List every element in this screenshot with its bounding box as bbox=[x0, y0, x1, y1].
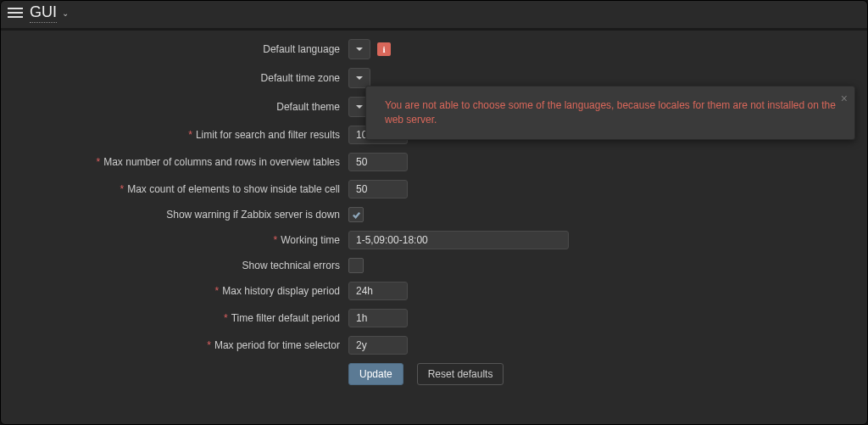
separator bbox=[1, 28, 867, 31]
max-history-period-input[interactable] bbox=[348, 282, 408, 300]
required-marker: * bbox=[188, 129, 192, 141]
default-language-select[interactable] bbox=[348, 39, 370, 59]
max-period-selector-input[interactable] bbox=[348, 336, 408, 355]
required-marker: * bbox=[224, 312, 228, 324]
required-marker: * bbox=[274, 234, 278, 246]
update-button[interactable]: Update bbox=[348, 363, 403, 385]
label-max-history-period: Max history display period bbox=[222, 285, 340, 297]
hamburger-icon[interactable] bbox=[8, 5, 23, 20]
chevron-down-icon bbox=[355, 103, 364, 111]
time-filter-default-input[interactable] bbox=[348, 309, 408, 327]
chevron-down-icon bbox=[355, 45, 364, 53]
chevron-down-icon bbox=[355, 74, 364, 82]
label-max-period-selector: Max period for time selector bbox=[214, 339, 340, 351]
label-time-filter-default: Time filter default period bbox=[231, 312, 340, 324]
label-show-tech-errors: Show technical errors bbox=[242, 260, 340, 271]
show-server-down-checkbox[interactable] bbox=[348, 207, 364, 222]
label-default-time-zone: Default time zone bbox=[261, 72, 340, 84]
label-show-server-down: Show warning if Zabbix server is down bbox=[166, 209, 340, 221]
label-working-time: Working time bbox=[281, 234, 340, 246]
required-marker: * bbox=[207, 339, 211, 351]
label-max-columns-rows: Max number of columns and rows in overvi… bbox=[103, 156, 340, 168]
label-default-theme: Default theme bbox=[276, 101, 340, 113]
working-time-input[interactable] bbox=[348, 231, 569, 249]
required-marker: * bbox=[97, 156, 101, 168]
label-limit-results: Limit for search and filter results bbox=[196, 129, 340, 141]
max-columns-rows-input[interactable] bbox=[348, 153, 408, 171]
reset-defaults-button[interactable]: Reset defaults bbox=[417, 363, 504, 385]
title-bar: GUI ⌄ bbox=[1, 1, 867, 25]
show-tech-errors-checkbox[interactable] bbox=[348, 258, 364, 273]
chevron-down-icon[interactable]: ⌄ bbox=[62, 8, 69, 18]
info-icon[interactable]: i bbox=[377, 42, 391, 56]
language-warning-text: You are not able to choose some of the l… bbox=[385, 98, 836, 127]
check-icon bbox=[352, 210, 361, 220]
label-max-cell-elements: Max count of elements to show inside tab… bbox=[127, 183, 340, 195]
required-marker: * bbox=[215, 285, 220, 297]
label-default-language: Default language bbox=[263, 43, 340, 55]
language-warning-popover: × You are not able to choose some of the… bbox=[365, 86, 855, 140]
close-icon[interactable]: × bbox=[841, 92, 848, 105]
required-marker: * bbox=[120, 183, 125, 195]
page-title[interactable]: GUI bbox=[30, 3, 57, 23]
gui-settings-window: GUI ⌄ Default language i Default time zo… bbox=[0, 0, 868, 425]
max-cell-elements-input[interactable] bbox=[348, 180, 408, 199]
